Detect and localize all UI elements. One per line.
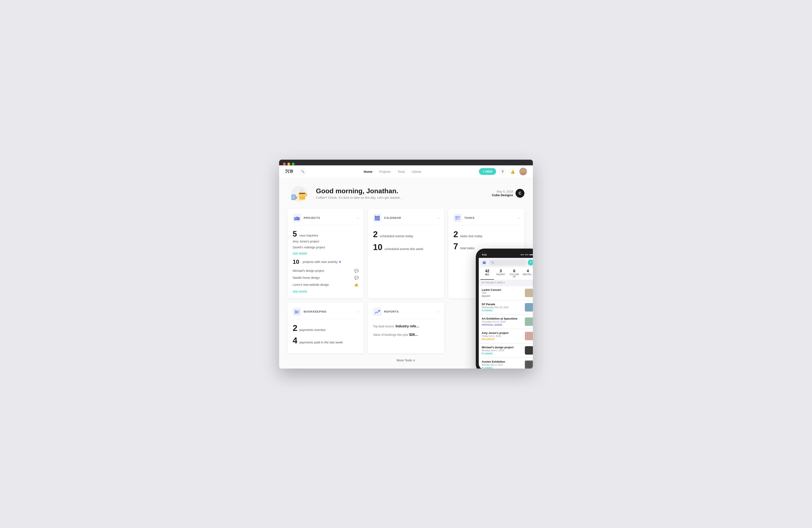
svg-rect-23 bbox=[375, 220, 376, 220]
reports-card: REPORTS › Top lead source: Industry refe… bbox=[368, 302, 444, 353]
bell-icon: 🔔 bbox=[511, 170, 515, 174]
phone-tab-all[interactable]: 42 ALL bbox=[480, 267, 494, 280]
activity-count: 10 bbox=[293, 258, 299, 265]
phone-add-button[interactable]: + bbox=[528, 259, 533, 266]
calendar-icon bbox=[373, 214, 381, 222]
phone-thumb-1 bbox=[525, 289, 533, 297]
projects-card: PROJECTS › 5 new inquiries Amy Jones's p… bbox=[288, 209, 364, 298]
minimize-dot[interactable] bbox=[287, 163, 290, 165]
phone-project-4[interactable]: Amy Jones's project Friday Oct 2, 2018 F… bbox=[479, 329, 533, 343]
calendar-card-header: CALENDAR › bbox=[373, 214, 439, 225]
new-button[interactable]: + NEW bbox=[479, 168, 496, 175]
dollar-icon: $ bbox=[502, 170, 504, 174]
svg-rect-14 bbox=[294, 218, 296, 218]
phone-calendar-icon[interactable] bbox=[481, 259, 487, 266]
see-more-link-2[interactable]: SEE MORE bbox=[293, 290, 359, 293]
reports-value-amount: $26… bbox=[409, 333, 418, 336]
bookkeeping-card-arrow[interactable]: › bbox=[358, 310, 359, 314]
notifications-icon-button[interactable]: 🔔 bbox=[509, 168, 517, 175]
maximize-dot[interactable] bbox=[292, 163, 294, 165]
svg-rect-17 bbox=[375, 217, 380, 218]
reports-lead: Top lead source: Industry refe… bbox=[373, 323, 439, 330]
tasks-today-count: 2 bbox=[453, 230, 458, 239]
hero-text: Good morning, Jonathan. Coffee? Check. I… bbox=[316, 187, 403, 199]
svg-rect-19 bbox=[378, 215, 379, 217]
reports-card-header: REPORTS › bbox=[373, 307, 439, 319]
phone-project-list: Larkin Concert TBD INQUIRY SF Parade Wed… bbox=[479, 286, 533, 368]
phone-project-2[interactable]: SF Parade Wednesday Nov 28, 2018 PLANNIN… bbox=[479, 301, 533, 315]
reports-card-arrow[interactable]: › bbox=[438, 310, 439, 314]
activity-section: 10 projects with new activity Michael's … bbox=[293, 258, 359, 288]
svg-rect-5 bbox=[299, 193, 305, 194]
hero-date-section: May 5, 2018 Cube Designs C bbox=[492, 189, 524, 198]
sign-icon: ✍ bbox=[354, 283, 359, 287]
phone-thumb-2 bbox=[525, 303, 533, 312]
svg-rect-20 bbox=[375, 218, 376, 219]
projects-list: Amy Jones's project Daniel's redesign pr… bbox=[293, 239, 359, 250]
phone-project-3[interactable]: Art Exhibition at Spacetime Thursday Oct… bbox=[479, 315, 533, 329]
main-content: Good morning, Jonathan. Coffee? Check. I… bbox=[279, 178, 533, 368]
greeting-title: Good morning, Jonathan. bbox=[316, 187, 403, 195]
project-item-1[interactable]: Amy Jones's project bbox=[293, 239, 359, 244]
tasks-icon bbox=[453, 214, 462, 222]
company-icon[interactable]: C bbox=[516, 189, 524, 198]
svg-rect-21 bbox=[377, 218, 378, 219]
calendar-stat-1: 2 scheduled events today bbox=[373, 230, 439, 239]
bk-paid-label: payments paid in the last week bbox=[300, 341, 343, 344]
tasks-total-label: total tasks bbox=[460, 246, 475, 250]
phone-tab-meeting[interactable]: 4 MEETIN… bbox=[521, 267, 533, 280]
activity-item-2[interactable]: Natalie home design 💬 bbox=[293, 274, 359, 281]
search-button[interactable]: 🔍 bbox=[299, 168, 306, 175]
bookkeeping-card-header: $ BOOKKEEPING › bbox=[293, 307, 359, 319]
phone-filter[interactable]: BY PROJECT DATE ▾ ↓ bbox=[479, 280, 533, 286]
activity-header: 10 projects with new activity bbox=[293, 258, 359, 265]
svg-rect-15 bbox=[294, 218, 297, 219]
user-avatar[interactable] bbox=[519, 168, 527, 175]
greeting-subtitle: Coffee? Check. It's time to take on the … bbox=[316, 196, 403, 199]
current-date: May 5, 2018 bbox=[492, 190, 513, 193]
reports-lead-value: Industry refe… bbox=[396, 325, 420, 328]
bookkeeping-card-title: BOOKKEEPING bbox=[304, 310, 327, 313]
see-more-link-1[interactable]: SEE MORE bbox=[293, 252, 359, 255]
nav-clients[interactable]: Clients bbox=[412, 170, 421, 174]
tasks-card-title: TASKS bbox=[464, 216, 475, 220]
projects-card-header: PROJECTS › bbox=[293, 214, 359, 225]
billing-icon-button[interactable]: $ bbox=[499, 168, 506, 175]
tasks-today-stat: 2 tasks due today bbox=[453, 230, 519, 239]
close-dot[interactable] bbox=[283, 163, 286, 165]
projects-card-arrow[interactable]: › bbox=[358, 216, 359, 220]
calendar-stat-2: 10 scheduled events this week bbox=[373, 242, 439, 252]
hero-section: Good morning, Jonathan. Coffee? Check. I… bbox=[288, 184, 524, 202]
reports-lead-label: Top lead source: bbox=[373, 325, 395, 328]
reports-value-label: Value of bookings this year bbox=[373, 333, 408, 336]
phone-screen: 9:41 ●●● WiFi ■■■ 🔍 + bbox=[479, 252, 533, 368]
svg-rect-24 bbox=[377, 220, 378, 220]
top-nav: ℋ𝔅 🔍 Home Projects Tools Clients + NEW $… bbox=[279, 165, 533, 178]
phone-status-bar: 9:41 ●●● WiFi ■■■ bbox=[479, 252, 533, 258]
bookkeeping-card: $ BOOKKEEPING › 2 payments overdue 4 pay… bbox=[288, 302, 364, 353]
project-item-2[interactable]: Daniel's redesign project bbox=[293, 244, 359, 250]
calendar-card-arrow[interactable]: › bbox=[438, 216, 439, 220]
phone-project-1[interactable]: Larkin Concert TBD INQUIRY bbox=[479, 286, 533, 300]
activity-item-1[interactable]: Michael's design project 💬 bbox=[293, 267, 359, 274]
phone-project-5[interactable]: Michael's design project Monday June 2, … bbox=[479, 344, 533, 358]
activity-item-3[interactable]: Loren's new website design ✍ bbox=[293, 281, 359, 288]
logo: ℋ𝔅 bbox=[285, 169, 293, 174]
tasks-card-arrow[interactable]: › bbox=[518, 216, 519, 220]
phone-tab-inquiry[interactable]: 3 INQUIRY bbox=[494, 267, 508, 280]
phone-search-bar[interactable]: 🔍 bbox=[489, 259, 526, 266]
nav-tools[interactable]: Tools bbox=[397, 170, 405, 174]
svg-rect-30 bbox=[295, 310, 296, 314]
bk-paid-count: 4 bbox=[293, 336, 297, 345]
bk-overdue-stat: 2 payments overdue bbox=[293, 323, 359, 333]
phone-time: 9:41 bbox=[482, 254, 487, 256]
nav-home[interactable]: Home bbox=[364, 170, 373, 174]
message-icon-1: 💬 bbox=[354, 269, 359, 273]
bk-overdue-count: 2 bbox=[293, 323, 297, 333]
hero-date: May 5, 2018 Cube Designs bbox=[492, 190, 513, 197]
calendar-week-label: scheduled events this week bbox=[385, 247, 423, 251]
nav-projects[interactable]: Projects bbox=[379, 170, 391, 174]
nav-links: Home Projects Tools Clients bbox=[310, 170, 475, 174]
phone-tab-followup[interactable]: 6 FOLLOW UP bbox=[508, 267, 521, 280]
phone-project-6[interactable]: Austen Exhibition Monday Dec 2, 2017 PLA… bbox=[479, 358, 533, 368]
